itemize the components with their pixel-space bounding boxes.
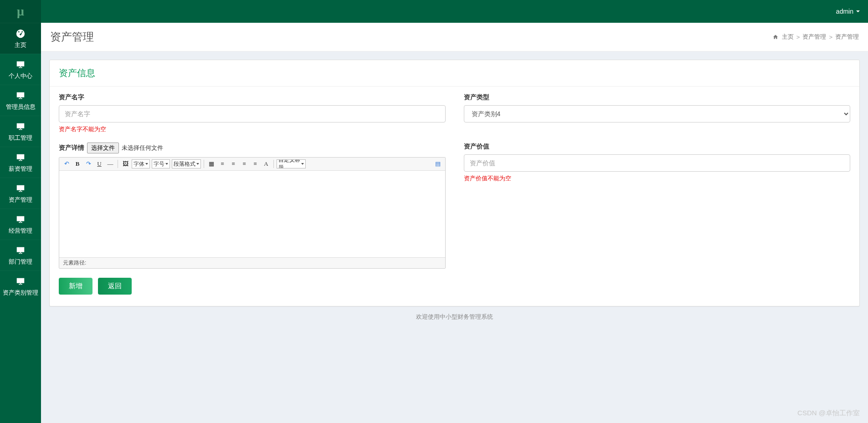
undo-icon[interactable]: ↶ xyxy=(62,159,71,168)
align-left-icon[interactable]: ≡ xyxy=(218,159,227,168)
breadcrumb-sep: > xyxy=(829,34,832,41)
panel-title: 资产信息 xyxy=(59,67,850,79)
monitor-icon xyxy=(14,60,27,70)
user-menu[interactable]: admin xyxy=(836,8,860,15)
monitor-icon xyxy=(14,276,27,286)
nav-profile[interactable]: 个人中心 xyxy=(0,54,41,85)
panel-heading: 资产信息 xyxy=(50,60,859,87)
sidebar-nav: 主页 个人中心 管理员信息 职工管理 薪资管理 资产管理 xyxy=(0,23,41,423)
main: admin 资产管理 主页 > 资产管理 > 资产管理 资产信息 xyxy=(41,0,868,423)
toolbar-sep xyxy=(273,160,274,168)
panel: 资产信息 资产名字 资产名字不能为空 资产类型 资产类别4 xyxy=(49,60,860,306)
monitor-icon xyxy=(14,245,27,255)
dashboard-icon xyxy=(14,29,27,39)
group-asset-detail: 资产详情 选择文件 未选择任何文件 ↶ B ↷ U — xyxy=(59,143,446,269)
panel-body: 资产名字 资产名字不能为空 资产类型 资产类别4 xyxy=(50,87,859,306)
monitor-icon xyxy=(14,153,27,163)
topbar: admin xyxy=(41,0,868,23)
chevron-down-icon xyxy=(856,10,860,12)
nav-asset-category[interactable]: 资产类别管理 xyxy=(0,270,41,301)
home-icon xyxy=(773,34,778,40)
table-icon[interactable]: ▦ xyxy=(207,159,216,168)
font-color-icon[interactable]: A xyxy=(262,159,271,168)
input-asset-name[interactable] xyxy=(59,105,446,122)
error-asset-value: 资产价值不能为空 xyxy=(464,174,851,183)
logo-text: μ xyxy=(17,4,24,19)
nav-admin-info[interactable]: 管理员信息 xyxy=(0,85,41,116)
monitor-icon xyxy=(14,91,27,101)
group-asset-name: 资产名字 资产名字不能为空 xyxy=(59,93,446,133)
nav-label: 部门管理 xyxy=(9,258,32,266)
add-button[interactable]: 新增 xyxy=(59,278,92,295)
breadcrumb-sep: > xyxy=(796,34,800,41)
custom-title-select[interactable]: 自定义标题 xyxy=(277,159,306,168)
input-asset-value[interactable] xyxy=(464,154,851,172)
breadcrumb-parent[interactable]: 资产管理 xyxy=(802,33,826,41)
breadcrumb: 主页 > 资产管理 > 资产管理 xyxy=(773,33,859,41)
back-button[interactable]: 返回 xyxy=(98,278,132,295)
toolbar-sep xyxy=(118,160,118,168)
nav-label: 薪资管理 xyxy=(9,165,32,173)
page-title: 资产管理 xyxy=(50,30,94,44)
label-asset-detail: 资产详情 xyxy=(59,144,84,152)
editor-toolbar: ↶ B ↷ U — 🖼 字体 字号 段落格式 xyxy=(59,158,445,171)
paragraph-format-select[interactable]: 段落格式 xyxy=(172,159,201,168)
nav-label: 经营管理 xyxy=(9,227,32,235)
nav-label: 个人中心 xyxy=(9,72,32,80)
monitor-icon xyxy=(14,122,27,132)
user-name: admin xyxy=(836,8,853,15)
logo[interactable]: μ xyxy=(0,0,41,23)
underline-icon[interactable]: U xyxy=(95,159,104,168)
monitor-icon xyxy=(14,214,27,224)
content: 资产信息 资产名字 资产名字不能为空 资产类型 资产类别4 xyxy=(41,51,868,423)
nav-department[interactable]: 部门管理 xyxy=(0,240,41,270)
font-family-select[interactable]: 字体 xyxy=(132,159,150,168)
label-asset-value: 资产价值 xyxy=(464,143,851,151)
rich-editor: ↶ B ↷ U — 🖼 字体 字号 段落格式 xyxy=(59,157,446,269)
align-right-icon[interactable]: ≡ xyxy=(240,159,249,168)
content-header: 资产管理 主页 > 资产管理 > 资产管理 xyxy=(41,23,868,51)
bold-icon[interactable]: B xyxy=(73,159,82,168)
breadcrumb-current: 资产管理 xyxy=(835,33,859,41)
sidebar: μ 主页 个人中心 管理员信息 职工管理 薪资管理 xyxy=(0,0,41,423)
editor-footer: 元素路径: xyxy=(59,257,445,268)
nav-staff[interactable]: 职工管理 xyxy=(0,116,41,147)
label-asset-name: 资产名字 xyxy=(59,93,446,102)
image-icon[interactable]: 🖼 xyxy=(121,159,130,168)
group-asset-value: 资产价值 资产价值不能为空 xyxy=(464,143,851,183)
nav-salary[interactable]: 薪资管理 xyxy=(0,147,41,178)
button-row: 新增 返回 xyxy=(59,278,850,295)
nav-home[interactable]: 主页 xyxy=(0,23,41,54)
group-asset-type: 资产类型 资产类别4 xyxy=(464,93,851,122)
error-asset-name: 资产名字不能为空 xyxy=(59,125,446,133)
editor-body[interactable] xyxy=(59,171,445,257)
redo-icon[interactable]: ↷ xyxy=(84,159,93,168)
source-icon[interactable]: ▤ xyxy=(433,159,442,168)
nav-label: 职工管理 xyxy=(9,134,32,142)
file-choose-button[interactable]: 选择文件 xyxy=(87,143,119,153)
align-center-icon[interactable]: ≡ xyxy=(229,159,238,168)
font-size-select[interactable]: 字号 xyxy=(152,159,170,168)
select-asset-type[interactable]: 资产类别4 xyxy=(464,105,851,122)
nav-asset[interactable]: 资产管理 xyxy=(0,178,41,209)
file-status: 未选择任何文件 xyxy=(122,144,163,152)
nav-label: 主页 xyxy=(15,41,26,49)
strikethrough-icon[interactable]: — xyxy=(106,159,115,168)
nav-label: 管理员信息 xyxy=(6,103,36,111)
breadcrumb-home[interactable]: 主页 xyxy=(782,33,794,41)
nav-business[interactable]: 经营管理 xyxy=(0,209,41,240)
toolbar-sep xyxy=(204,160,204,168)
align-justify-icon[interactable]: ≡ xyxy=(251,159,260,168)
nav-label: 资产类别管理 xyxy=(3,289,38,297)
footer-text: 欢迎使用中小型财务管理系统 xyxy=(49,306,860,326)
nav-label: 资产管理 xyxy=(9,196,32,204)
label-asset-type: 资产类型 xyxy=(464,93,851,102)
monitor-icon xyxy=(14,183,27,194)
